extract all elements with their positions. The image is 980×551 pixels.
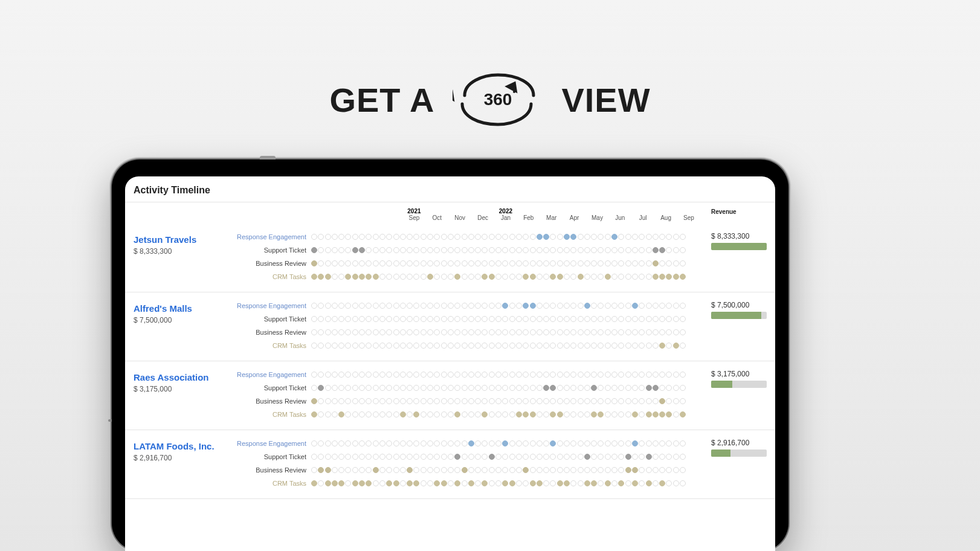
timeline-dot <box>311 316 317 322</box>
timeline-dot <box>427 385 433 391</box>
account-name-link[interactable]: LATAM Foods, Inc. <box>134 441 236 451</box>
timeline-dot <box>502 385 508 391</box>
timeline-dot <box>523 411 529 417</box>
timeline-dot <box>543 372 549 378</box>
timeline-dot <box>550 398 556 404</box>
track-crm: CRM Tasks <box>236 272 700 281</box>
revenue-bar <box>711 381 767 388</box>
timeline-dot <box>666 372 672 378</box>
timeline-dot <box>345 467 351 473</box>
timeline-dot <box>591 343 597 349</box>
timeline-dot <box>434 316 440 322</box>
timeline-dot <box>578 398 584 404</box>
timeline-dot <box>366 343 372 349</box>
timeline-dot <box>646 440 652 446</box>
timeline-dot <box>379 329 385 335</box>
timeline-dot <box>332 372 338 378</box>
timeline-dot <box>625 411 631 417</box>
timeline-dot <box>584 234 590 240</box>
timeline-dot <box>646 454 652 460</box>
timeline-dot <box>359 247 365 253</box>
timeline-dot <box>366 385 372 391</box>
timeline-dot <box>454 234 460 240</box>
timeline-dot <box>311 247 317 253</box>
timeline-dot <box>537 398 543 404</box>
timeline-dot <box>352 454 358 460</box>
account-name-link[interactable]: Raes Association <box>134 372 236 382</box>
timeline-dot <box>448 385 454 391</box>
timeline-dot <box>570 329 576 335</box>
timeline-dot <box>666 398 672 404</box>
timeline-dot <box>441 247 447 253</box>
timeline-dot <box>475 385 481 391</box>
timeline-dot <box>352 467 358 473</box>
timeline-dot <box>441 467 447 473</box>
timeline-dot <box>646 234 652 240</box>
timeline-dot <box>570 303 576 309</box>
timeline-dot <box>578 411 584 417</box>
timeline-dot <box>666 385 672 391</box>
timeline-dot <box>611 316 617 322</box>
timeline-dot <box>646 385 652 391</box>
timeline-dot <box>516 467 522 473</box>
track-label: Business Review <box>236 260 311 267</box>
timeline-dot <box>584 247 590 253</box>
timeline-dot <box>427 274 433 280</box>
timeline-dot <box>332 385 338 391</box>
timeline-dot <box>407 303 413 309</box>
timeline-dot <box>427 454 433 460</box>
timeline-dot <box>570 372 576 378</box>
timeline-dot <box>564 343 570 349</box>
timeline-dot <box>666 316 672 322</box>
timeline-dot <box>659 260 665 266</box>
timeline-dot <box>482 343 488 349</box>
timeline-dot <box>386 398 392 404</box>
timeline-dot <box>564 303 570 309</box>
timeline-dot <box>659 234 665 240</box>
timeline-dot <box>468 480 474 486</box>
revenue-bar <box>711 312 767 319</box>
timeline-dot <box>407 467 413 473</box>
timeline-dot <box>468 454 474 460</box>
account-name-link[interactable]: Alfred's Malls <box>134 303 236 314</box>
account-name-link[interactable]: Jetsun Travels <box>134 234 236 245</box>
timeline-dot <box>413 385 419 391</box>
timeline-dot <box>591 316 597 322</box>
timeline-dot <box>318 454 324 460</box>
timeline-dot <box>400 372 406 378</box>
timeline-dot <box>448 440 454 446</box>
timeline-dot <box>482 385 488 391</box>
timeline-dot <box>646 274 652 280</box>
timeline-dot <box>454 454 460 460</box>
timeline-dot <box>366 440 372 446</box>
timeline-dot <box>393 480 399 486</box>
timeline-dot <box>537 440 543 446</box>
timeline-dot <box>530 398 536 404</box>
timeline-dot <box>359 329 365 335</box>
timeline-dot <box>578 260 584 266</box>
timeline-dot <box>639 372 645 378</box>
timeline-dot <box>550 343 556 349</box>
timeline-dot <box>611 329 617 335</box>
timeline-dot <box>639 398 645 404</box>
timeline-dot <box>407 372 413 378</box>
timeline-dot <box>591 234 597 240</box>
timeline-dot <box>584 454 590 460</box>
timeline-dot <box>345 329 351 335</box>
timeline-dot <box>482 398 488 404</box>
timeline-dot <box>639 385 645 391</box>
timeline-dot <box>482 467 488 473</box>
timeline-dot <box>413 274 419 280</box>
timeline-dot <box>537 316 543 322</box>
timeline-dot <box>516 398 522 404</box>
timeline-dot <box>570 480 576 486</box>
timeline-dot <box>680 372 686 378</box>
timeline-dot <box>427 440 433 446</box>
timeline-dot <box>318 329 324 335</box>
timeline-dot <box>516 343 522 349</box>
timeline-dot <box>468 329 474 335</box>
timeline-dot <box>632 480 638 486</box>
timeline-dot <box>413 467 419 473</box>
timeline-dot <box>441 440 447 446</box>
timeline-dot <box>625 303 631 309</box>
